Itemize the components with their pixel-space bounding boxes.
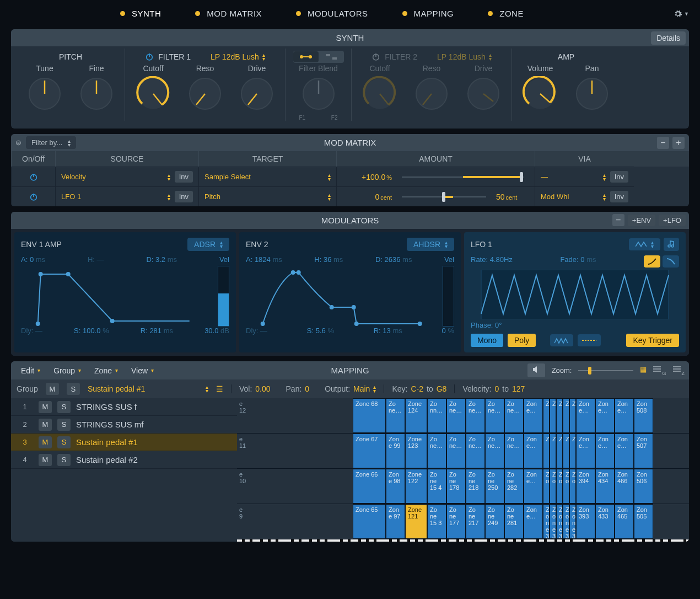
zone-cell[interactable]: Z [569,398,576,433]
env2-vel-slider[interactable] [443,266,454,327]
tab-mapping[interactable]: MAPPING [392,6,464,22]
zone-cell[interactable]: Zon e 97 [386,504,405,539]
env1-graph[interactable] [21,266,214,327]
row-mute[interactable]: M [39,436,52,448]
group-row[interactable]: 2MSSTRINGS SUS mf [11,416,237,434]
list-icon[interactable]: ☰ [216,384,223,393]
row-mute[interactable]: M [39,454,52,466]
lfo-wave-select[interactable]: ▴▾ [629,238,660,250]
filter1-reso-knob[interactable] [187,76,223,111]
zone-cell[interactable]: Zone 123 [405,434,427,468]
zone-cell[interactable]: Zon e… [615,398,634,433]
filter1-cutoff-knob[interactable] [136,76,171,111]
group-menu[interactable]: Group▾ [48,364,87,377]
zone-cell[interactable]: Z o n e 3 [556,504,563,539]
filter-routing[interactable] [293,51,344,63]
zone-cell[interactable]: Zon e… [524,434,543,468]
zone-cell[interactable]: Z [556,398,563,433]
group-row[interactable]: 4MSSustain pedal #2 [11,451,237,469]
lfo-sync-button[interactable] [664,238,679,251]
details-button[interactable]: Details [651,31,686,45]
zone-cell[interactable]: Zon e… [576,398,595,433]
volume-knob[interactable] [523,76,558,111]
env2-graph[interactable] [246,266,439,327]
zone-cell[interactable]: Zo ne 217 [466,504,485,539]
zone-cell[interactable]: Zo ne 178 [446,469,466,504]
zone-cell[interactable]: Zon 466 [615,469,634,504]
zone-cell[interactable]: Z [563,398,569,433]
zone-cell[interactable]: Zo ne… [485,398,504,433]
view-menu[interactable]: View▾ [126,364,159,377]
source-select[interactable]: LFO 1 [61,192,163,201]
power-icon[interactable] [29,173,38,181]
env1-vel-slider[interactable] [218,266,229,327]
remove-mod-button[interactable]: − [612,214,624,226]
zone-cell[interactable]: Zo ne… [446,398,466,433]
zone-cell[interactable]: Zone 66 [353,469,386,504]
zone-cell[interactable]: Zo ne 249 [485,504,504,539]
zone-cell[interactable]: Z o n e 3 [563,504,569,539]
lfo-env-mode2[interactable] [578,334,601,346]
zone-cell[interactable]: Zo ne 281 [504,504,524,539]
filter2-drive-knob[interactable] [466,76,501,111]
zone-grid[interactable]: e 12Zone 68Zo ne…Zone 124Zo nn…Zo ne…Zo … [237,398,689,542]
group-name-select[interactable]: Sustain pedal #1 [88,384,198,393]
zone-cell[interactable]: Zo ne 282 [504,469,524,504]
group-solo[interactable]: S [67,383,80,395]
zoom-slider[interactable] [578,370,633,371]
keyboard[interactable] [237,539,689,542]
zone-cell[interactable]: Zon 433 [595,504,615,539]
filter1-type[interactable]: LP 12dB Lush▴▾ [211,52,265,61]
zone-cell[interactable]: Zone 67 [353,434,386,468]
tab-synth[interactable]: SYNTH [110,6,171,22]
zone-cell[interactable]: Z [543,398,550,433]
zone-cell[interactable]: Zon e… [524,504,543,539]
filter2-type[interactable]: LP 12dB Lush▴▾ [437,52,492,61]
zone-cell[interactable]: Zon e… [524,469,543,504]
filter1-drive-knob[interactable] [239,76,274,111]
zone-cell[interactable]: Zo ne 15 4 [427,469,446,504]
zone-cell[interactable]: Zon e 98 [386,469,405,504]
edit-menu[interactable]: Edit▾ [15,364,46,377]
fine-knob[interactable] [79,76,114,111]
group-row[interactable]: 3MSSustain pedal #1 [11,434,237,451]
group-row[interactable]: 1MSSTRINGS SUS f [11,398,237,416]
power-icon[interactable] [145,52,154,61]
zone-cell[interactable]: Zon 394 [576,469,595,504]
zone-cell[interactable]: Zo ne 250 [485,469,504,504]
zone-cell[interactable]: Zone 68 [353,398,386,433]
zone-cell[interactable]: Zon e… [524,398,543,433]
tab-mod-matrix[interactable]: MOD MATRIX [185,6,272,22]
zone-cell[interactable]: Z [550,434,556,468]
amount-slider[interactable] [402,177,524,178]
via-select[interactable]: — [541,173,599,181]
via-select[interactable]: Mod Whl [541,192,599,201]
tab-modulators[interactable]: MODULATORS [286,6,378,22]
speaker-button[interactable] [527,363,545,377]
zone-cell[interactable]: Zon e… [615,434,634,468]
filter2-reso-knob[interactable] [414,76,449,111]
lfo-graph[interactable] [471,270,679,319]
fade-in-button[interactable] [644,255,660,268]
filter-blend-knob[interactable] [301,76,336,111]
zone-cell[interactable]: Zo ne… [504,434,524,468]
tab-zone[interactable]: ZONE [478,6,534,22]
zone-cell[interactable]: Zon 506 [634,469,653,504]
zone-cell[interactable]: Zon e… [576,434,595,468]
zone-cell[interactable]: Z [543,434,550,468]
pan-knob[interactable] [574,76,610,111]
add-env-button[interactable]: +ENV [628,215,655,226]
view-zone-button[interactable]: Z [672,365,685,376]
zone-cell[interactable]: Z o [543,469,550,504]
env2-mode[interactable]: AHDSR▴▾ [407,238,454,251]
zone-cell[interactable]: Zon 507 [634,434,653,468]
zone-cell[interactable]: Zo ne… [485,434,504,468]
view-group-button[interactable]: G [652,365,666,376]
zone-cell[interactable]: Zo ne… [504,398,524,433]
zone-cell[interactable]: Zo ne… [446,434,466,468]
inv-button[interactable]: Inv [175,171,193,183]
zone-cell[interactable]: Zone 124 [405,398,427,433]
zone-cell[interactable]: Zo nn… [427,398,446,433]
zone-cell[interactable]: Zo ne… [466,434,485,468]
zone-menu[interactable]: Zone▾ [89,364,123,377]
